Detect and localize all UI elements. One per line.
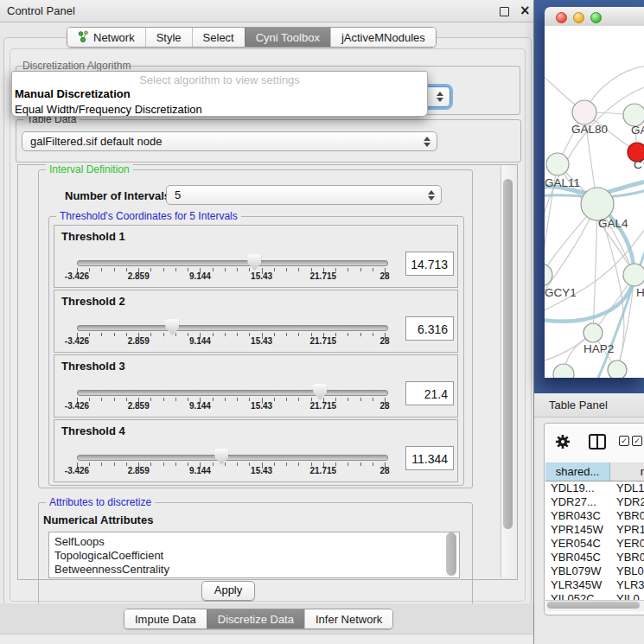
slider-tick bbox=[114, 462, 115, 466]
threshold-value-field[interactable]: 6.316 bbox=[405, 316, 454, 341]
network-node-label: GAL11 bbox=[545, 176, 580, 189]
settings-gear-icon[interactable] bbox=[555, 434, 571, 450]
slider-tick bbox=[213, 398, 214, 401]
cell-name: YDL1 bbox=[616, 481, 644, 495]
slider-tick bbox=[163, 333, 164, 336]
zoom-traffic-light-icon[interactable] bbox=[590, 12, 602, 23]
threshold-value-field[interactable]: 14.713 bbox=[405, 252, 454, 276]
slider-tick bbox=[360, 398, 361, 401]
threshold-label: Threshold 4 bbox=[61, 424, 125, 437]
slider-tick bbox=[213, 268, 214, 271]
attribute-list-item[interactable]: SelfLoops bbox=[49, 532, 459, 549]
attribute-list-item[interactable]: BetweennessCentrality bbox=[49, 563, 459, 577]
slider-track[interactable] bbox=[77, 325, 388, 331]
number-of-intervals-value: 5 bbox=[175, 188, 181, 201]
split-columns-icon[interactable] bbox=[589, 434, 606, 450]
tab-jactivemnodules[interactable]: jActiveMNodules bbox=[330, 28, 436, 47]
tab-discretize-data[interactable]: Discretize Data bbox=[207, 609, 304, 628]
attributes-list-scrollbar-thumb[interactable] bbox=[446, 532, 456, 576]
slider-track[interactable] bbox=[77, 390, 388, 396]
network-node[interactable] bbox=[553, 364, 574, 378]
numerical-attributes-list[interactable]: SelfLoopsTopologicalCoefficientBetweenne… bbox=[48, 532, 460, 578]
cell-shared-name: YER054C bbox=[551, 537, 601, 551]
algorithm-option-equal-width[interactable]: Equal Width/Frequency Discretization bbox=[12, 102, 427, 117]
table-panel-titlebar: Table Panel bbox=[534, 393, 644, 418]
table-row[interactable]: YDL19...YDL1 bbox=[545, 481, 644, 495]
table-data-combobox[interactable]: galFiltered.sif default node bbox=[22, 131, 437, 151]
slider-track[interactable] bbox=[77, 455, 388, 461]
vertical-scrollbar-thumb[interactable] bbox=[503, 179, 513, 529]
combo-stepper-icon bbox=[428, 187, 435, 204]
slider-tick bbox=[213, 333, 214, 336]
tab-infer-network[interactable]: Infer Network bbox=[304, 609, 392, 628]
column-header-name[interactable]: na bbox=[610, 462, 644, 481]
slider-tick bbox=[225, 398, 226, 401]
slider-thumb[interactable] bbox=[313, 384, 327, 400]
number-of-intervals-combobox[interactable]: 5 bbox=[166, 185, 442, 205]
screen: Control Panel × NetworkStyleSelectCyni T… bbox=[0, 0, 644, 644]
threshold-value-field[interactable]: 21.4 bbox=[405, 381, 454, 405]
minimize-traffic-light-icon[interactable] bbox=[573, 12, 584, 23]
slider-tick bbox=[89, 333, 90, 336]
slider-tick bbox=[89, 268, 90, 271]
network-graph[interactable]: GAL80GACGAL11GAL4GCY1HHAP2 bbox=[545, 26, 644, 378]
slider-tick bbox=[237, 462, 238, 466]
network-node-gcy1[interactable] bbox=[545, 264, 552, 286]
slider-track[interactable] bbox=[77, 260, 388, 266]
slider-tick bbox=[89, 462, 90, 466]
slider-tick bbox=[101, 333, 102, 336]
network-edge[interactable] bbox=[593, 204, 597, 333]
tab-select[interactable]: Select bbox=[192, 28, 245, 47]
tab-impute-data[interactable]: Impute Data bbox=[124, 609, 207, 628]
network-window-titlebar[interactable] bbox=[545, 7, 644, 27]
float-window-icon[interactable] bbox=[500, 7, 509, 16]
network-canvas[interactable]: GAL80GACGAL11GAL4GCY1HHAP2 bbox=[545, 26, 644, 378]
slider-thumb[interactable] bbox=[214, 449, 228, 465]
slider-tick-label: 9.144 bbox=[189, 401, 211, 411]
network-view-window[interactable]: GAL80GACGAL11GAL4GCY1HHAP2 bbox=[545, 7, 644, 378]
slider-tick bbox=[298, 268, 299, 271]
close-traffic-light-icon[interactable] bbox=[556, 12, 567, 23]
table-row[interactable]: YLR345WYLR3 bbox=[545, 578, 644, 592]
attribute-list-item[interactable]: TopologicalCoefficient bbox=[49, 549, 459, 563]
column-header-shared-name[interactable]: shared... bbox=[545, 462, 610, 481]
network-node-h[interactable] bbox=[623, 264, 644, 286]
slider-tick bbox=[348, 398, 348, 401]
slider-thumb[interactable] bbox=[165, 319, 179, 335]
network-node[interactable] bbox=[608, 360, 627, 378]
close-icon[interactable]: × bbox=[520, 3, 531, 18]
network-node-gal4[interactable] bbox=[581, 188, 614, 220]
checkbox-icon[interactable]: ✓ bbox=[619, 436, 629, 446]
cell-shared-name: YBR043C bbox=[551, 509, 601, 523]
threshold-panel-4: Threshold 4-3.4262.8599.14415.4321.71528… bbox=[54, 419, 458, 482]
algorithm-group-title: Discretization Algorithm bbox=[22, 60, 131, 72]
tab-cyni-toolbox[interactable]: Cyni Toolbox bbox=[245, 28, 330, 47]
slider-tick bbox=[175, 333, 176, 336]
apply-button[interactable]: Apply bbox=[201, 581, 255, 601]
table-row[interactable]: YBR043CYBR0 bbox=[545, 509, 644, 523]
tab-network[interactable]: Network bbox=[67, 28, 145, 47]
table-row[interactable]: YBR045CYBR0 bbox=[545, 551, 644, 564]
horizontal-scrollbar-thumb[interactable] bbox=[547, 602, 640, 609]
algorithm-option-manual[interactable]: Manual Discretization bbox=[12, 86, 427, 102]
attributes-group-title: Attributes to discretize bbox=[46, 496, 155, 509]
checkbox-icon[interactable]: ✓ bbox=[632, 436, 642, 446]
network-node-label: GAL4 bbox=[598, 217, 628, 230]
slider-tick bbox=[114, 333, 115, 336]
slider-tick-label: -3.426 bbox=[65, 336, 89, 346]
network-node-label: H bbox=[636, 286, 644, 299]
threshold-value-field[interactable]: 11.344 bbox=[405, 446, 454, 470]
table-row[interactable]: YPR145WYPR1 bbox=[545, 523, 644, 537]
network-node-gal11[interactable] bbox=[546, 153, 569, 175]
tab-style[interactable]: Style bbox=[145, 28, 192, 47]
slider-tick-label: 15.43 bbox=[251, 336, 272, 346]
network-node-hap2[interactable] bbox=[583, 323, 603, 342]
cell-name: YLR3 bbox=[616, 578, 644, 592]
table-panel-title: Table Panel bbox=[549, 399, 608, 411]
network-node-gal80[interactable] bbox=[572, 100, 596, 124]
table-row[interactable]: YDR27...YDR2 bbox=[545, 495, 644, 509]
thresholds-stack: Threshold 1-3.4262.8599.14415.4321.71528… bbox=[54, 225, 458, 481]
table-row[interactable]: YER054CYER0 bbox=[545, 537, 644, 551]
table-row[interactable]: YBL079WYBL0 bbox=[545, 564, 644, 578]
slider-tick-label: 9.144 bbox=[189, 271, 211, 281]
